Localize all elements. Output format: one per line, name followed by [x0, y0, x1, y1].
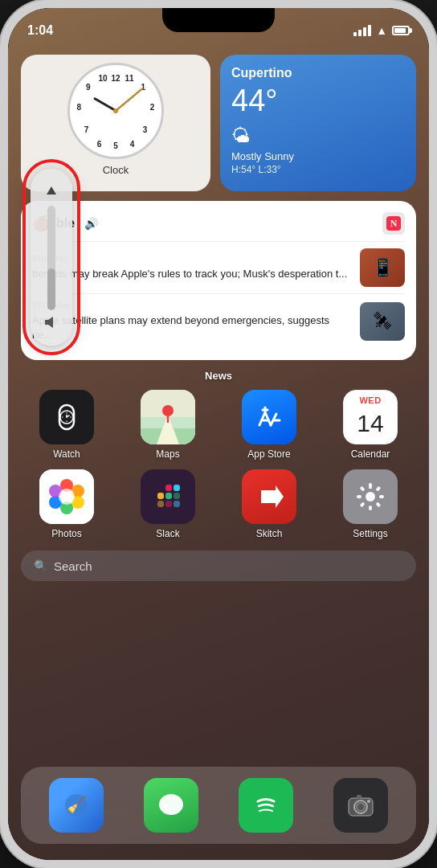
clock-center-dot — [113, 108, 118, 113]
weather-widget[interactable]: Cupertino 44° 🌤 Mostly Sunny H:54° L:33° — [220, 55, 416, 191]
clock-7: 7 — [84, 125, 89, 133]
home-content: 12 1 2 3 4 5 6 7 8 9 10 11 — [8, 47, 429, 860]
svg-rect-40 — [357, 495, 361, 498]
clock-5: 5 — [113, 141, 118, 150]
svg-text:🧹: 🧹 — [67, 795, 87, 814]
svg-point-33 — [366, 492, 375, 502]
news-widget[interactable]: 🍎 ble 🔊 N — [21, 201, 416, 360]
clock-8: 8 — [77, 103, 82, 112]
clock-second-hand — [116, 88, 144, 112]
battery-icon — [392, 26, 410, 35]
weather-city: Cupertino — [231, 66, 405, 80]
app-item-appstore[interactable]: App Store — [223, 390, 315, 460]
dock-app-messages[interactable] — [144, 778, 198, 833]
svg-point-24 — [59, 489, 75, 505]
clock-12: 12 — [111, 73, 120, 82]
svg-rect-37 — [375, 502, 381, 508]
news-sound-icon: 🔊 — [84, 217, 98, 230]
weather-temp: 44° — [231, 84, 405, 118]
signal-icon — [353, 25, 371, 36]
clock-4: 4 — [130, 140, 135, 149]
dock-app-spotify[interactable] — [239, 778, 293, 833]
photos-label: Photos — [51, 528, 81, 539]
news-app-icon: N — [382, 212, 405, 235]
svg-rect-38 — [369, 506, 372, 510]
app-item-watch[interactable]: Watch — [21, 390, 112, 460]
search-icon: 🔍 — [34, 559, 47, 572]
watch-icon[interactable] — [39, 390, 94, 444]
maps-label: Maps — [156, 448, 179, 460]
svg-text:N: N — [390, 218, 398, 229]
appstore-icon[interactable] — [242, 390, 296, 444]
settings-icon[interactable] — [343, 469, 398, 524]
app-grid: Watch — [21, 390, 416, 539]
svg-point-44 — [159, 794, 183, 815]
wifi-icon: ▲ — [376, 24, 387, 37]
search-placeholder: Search — [54, 559, 92, 573]
svg-rect-34 — [369, 483, 372, 488]
clock-2: 2 — [150, 103, 155, 112]
maps-icon[interactable] — [141, 390, 195, 444]
calendar-day-name: WED — [359, 395, 381, 405]
news-header: 🍎 ble 🔊 N — [32, 212, 405, 235]
news-source-2: 9TO5Mac — [32, 301, 352, 310]
svg-rect-30 — [165, 501, 172, 507]
calendar-label: Calendar — [351, 448, 390, 460]
slack-icon[interactable] — [141, 469, 195, 524]
app-item-photos[interactable]: Photos — [21, 469, 112, 539]
news-headline-2: Apple satellite plans may extend beyond … — [32, 313, 352, 342]
volume-bar-fill — [47, 268, 55, 310]
clock-face: 12 1 2 3 4 5 6 7 8 9 10 11 — [67, 63, 164, 159]
home-screen: 1:04 ▲ — [8, 8, 429, 860]
watch-label: Watch — [53, 448, 80, 460]
app-item-settings[interactable]: Settings — [325, 469, 416, 539]
skitch-label: Skitch — [256, 528, 283, 539]
clock-6: 6 — [97, 140, 102, 149]
svg-rect-25 — [157, 493, 164, 499]
app-item-slack[interactable]: Slack — [122, 469, 214, 539]
dock-app-cleanmaster[interactable]: 🧹 — [49, 778, 104, 833]
weather-condition-icon: 🌤 — [231, 125, 405, 147]
skitch-icon[interactable] — [242, 469, 296, 524]
calendar-icon[interactable]: WED 14 — [343, 390, 398, 444]
clock-11: 11 — [125, 73, 134, 82]
svg-rect-32 — [174, 501, 180, 507]
svg-rect-48 — [357, 795, 361, 799]
svg-rect-35 — [375, 486, 381, 492]
slack-label: Slack — [156, 528, 179, 539]
svg-point-49 — [367, 800, 370, 803]
svg-rect-28 — [174, 493, 180, 499]
svg-rect-29 — [165, 485, 172, 491]
news-thumbnail-1: 📱 — [360, 248, 405, 287]
volume-overlay — [31, 169, 72, 346]
status-time: 1:04 — [27, 23, 53, 38]
dock-app-camera[interactable] — [333, 778, 388, 833]
app-item-skitch[interactable]: Skitch — [223, 469, 315, 539]
news-item-1[interactable]: 9To5Mac tter ads may break Apple's rules… — [32, 241, 405, 293]
news-source-1: 9To5Mac — [32, 254, 352, 264]
svg-rect-26 — [157, 501, 164, 507]
app-item-maps[interactable]: Maps — [122, 390, 214, 460]
weather-high-low: H:54° L:33° — [231, 164, 405, 175]
notch — [162, 8, 275, 32]
status-icons: ▲ — [353, 24, 410, 37]
search-bar[interactable]: 🔍 Search — [21, 551, 416, 581]
svg-rect-27 — [165, 493, 172, 499]
dock: 🧹 — [21, 767, 416, 844]
volume-bar-container — [31, 203, 72, 313]
settings-label: Settings — [353, 528, 387, 539]
news-item-2[interactable]: 9TO5Mac Apple satellite plans may extend… — [32, 293, 405, 349]
volume-up-arrow — [40, 180, 63, 203]
clock-3: 3 — [143, 125, 148, 133]
photos-icon[interactable] — [39, 469, 94, 524]
clock-label: Clock — [103, 164, 129, 176]
battery-fill — [394, 28, 406, 33]
svg-rect-41 — [360, 486, 366, 492]
clock-10: 10 — [98, 73, 107, 82]
clock-9: 9 — [86, 83, 91, 92]
volume-bar-track — [47, 206, 55, 310]
app-item-calendar[interactable]: WED 14 Calendar — [325, 390, 416, 460]
svg-rect-39 — [360, 502, 366, 508]
svg-rect-36 — [379, 495, 384, 498]
weather-description: Mostly Sunny — [231, 150, 405, 162]
